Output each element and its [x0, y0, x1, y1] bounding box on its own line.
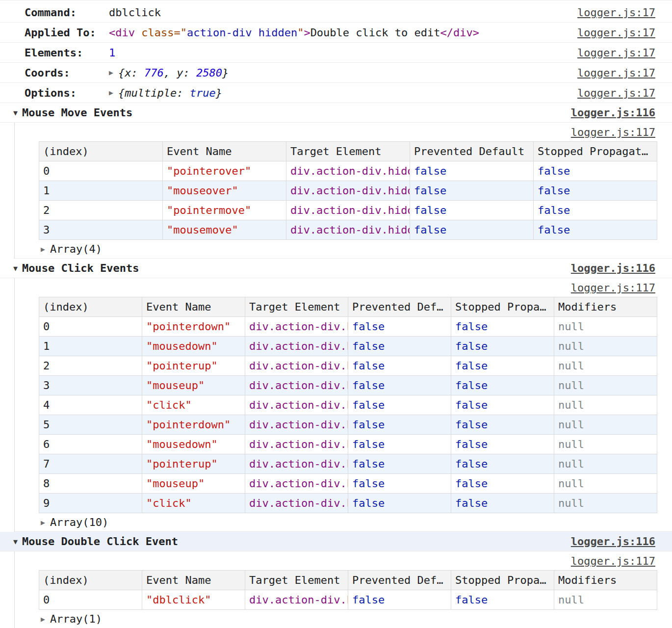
table-cell-boolean: false [348, 454, 451, 474]
table-row: 9"click"div.action-div.hiddenfalsefalsen… [39, 494, 657, 513]
column-header[interactable]: (index) [39, 142, 163, 161]
column-header[interactable]: Stopped Propagation [451, 571, 554, 590]
table-cell-index: 2 [39, 201, 163, 220]
group-body: logger.js:117 (index)Event NameTarget El… [14, 278, 672, 532]
table-cell-boolean: false [410, 161, 534, 181]
table-cell-index: 4 [39, 395, 142, 415]
table-cell-index: 6 [39, 435, 142, 454]
array-preview[interactable]: ▶ Array(10) [15, 513, 672, 532]
table-header-row: (index)Event NameTarget ElementPrevented… [39, 297, 657, 317]
table-message-link-row: logger.js:117 [15, 123, 672, 141]
boolean-text: true [190, 87, 216, 99]
group-header[interactable]: ▼ Mouse Move Events logger.js:116 [0, 103, 672, 123]
column-header[interactable]: (index) [39, 297, 142, 317]
table-cell-node: div.action-div.hidden [245, 590, 348, 610]
table-message-link-row: logger.js:117 [15, 278, 672, 297]
table-cell-index: 7 [39, 454, 142, 474]
column-header[interactable]: Modifiers [554, 571, 657, 590]
group-header[interactable]: ▼ Mouse Click Events logger.js:116 [0, 259, 672, 278]
source-link[interactable]: logger.js:117 [571, 126, 655, 138]
table-cell-node: div.action-div.hidden [245, 494, 348, 513]
table-message-link-row: logger.js:117 [15, 551, 672, 570]
table-cell-null: null [554, 337, 657, 356]
source-link[interactable]: logger.js:116 [571, 106, 655, 119]
object-preview[interactable]: {x: 776, y: 2580} [118, 67, 229, 79]
expand-triangle-icon[interactable]: ▶ [109, 68, 113, 77]
attr-name-text: " [297, 26, 304, 39]
column-header[interactable]: Target Element [245, 297, 348, 317]
object-preview[interactable]: {multiple: true} [118, 87, 222, 99]
table-cell-index: 3 [39, 376, 142, 395]
source-link[interactable]: logger.js:17 [577, 6, 655, 19]
table-cell-boolean: false [348, 590, 451, 610]
source-link[interactable]: logger.js:17 [577, 87, 655, 99]
table-cell-boolean: false [534, 201, 657, 220]
plain-text: } [222, 67, 229, 79]
html-element-preview[interactable]: <div class="action-div hidden">Double cl… [109, 26, 479, 39]
table-cell-boolean: false [451, 395, 554, 415]
column-header[interactable]: Target Element [286, 142, 410, 161]
source-link[interactable]: logger.js:117 [571, 282, 655, 294]
table-cell-null: null [554, 454, 657, 474]
column-header[interactable]: Stopped Propagation [451, 297, 554, 317]
source-link[interactable]: logger.js:116 [571, 262, 655, 274]
column-header[interactable]: Event Name [163, 142, 286, 161]
number-text: 1 [109, 47, 115, 59]
group-body: logger.js:117 (index)Event NameTarget El… [14, 123, 672, 259]
table-cell-boolean: false [451, 337, 554, 356]
group-body: logger.js:117 (index)Event NameTarget El… [14, 551, 672, 628]
table-cell-boolean: false [348, 376, 451, 395]
plain-text: : [131, 67, 145, 79]
group-title: Mouse Move Events [22, 106, 132, 119]
source-link[interactable]: logger.js:117 [571, 555, 655, 567]
table-cell-node: div.action-div.hidden [245, 395, 348, 415]
column-header[interactable]: Target Element [245, 571, 348, 590]
table-cell-boolean: false [410, 201, 534, 220]
table-cell-null: null [554, 494, 657, 513]
table-row: 5"pointerdown"div.action-div.hiddenfalse… [39, 415, 657, 435]
table-cell-node: div.action-div.hidden [245, 317, 348, 337]
group-header[interactable]: ▼ Mouse Double Click Event logger.js:116 [0, 532, 672, 551]
source-link[interactable]: logger.js:17 [577, 67, 655, 79]
column-header[interactable]: Prevented Default [348, 297, 451, 317]
table-row: 3"mousemove"div.action-div.hiddenfalsefa… [39, 220, 657, 240]
collapse-triangle-icon: ▼ [13, 108, 18, 117]
table-cell-boolean: false [348, 395, 451, 415]
number-text: 776 [144, 67, 164, 79]
column-header[interactable]: Prevented Default [410, 142, 534, 161]
collapse-triangle-icon: ▼ [13, 537, 18, 546]
table-cell-null: null [554, 376, 657, 395]
log-value: dblclick [109, 6, 161, 19]
array-preview[interactable]: ▶ Array(4) [15, 240, 672, 259]
table-cell-index: 3 [39, 220, 163, 240]
plain-text: : [177, 87, 190, 99]
table-cell-boolean: false [534, 161, 657, 181]
expand-triangle-icon[interactable]: ▶ [109, 88, 113, 97]
table-row: 6"mousedown"div.action-div.hiddenfalsefa… [39, 435, 657, 454]
table-cell-boolean: false [410, 220, 534, 240]
attr-value-text: action-div hidden [187, 26, 297, 39]
plain-text: : [183, 67, 197, 79]
table-cell-string: "pointerdown" [142, 415, 245, 435]
table-cell-node: div.action-div.hidden [245, 474, 348, 494]
table-cell-null: null [554, 435, 657, 454]
column-header[interactable]: (index) [39, 571, 142, 590]
console-group-mouse-double-click-event: ▼ Mouse Double Click Event logger.js:116… [0, 532, 672, 628]
group-title: Mouse Double Click Event [22, 535, 178, 548]
table-cell-index: 1 [39, 337, 142, 356]
array-preview[interactable]: ▶ Array(1) [15, 610, 672, 628]
table-cell-boolean: false [451, 494, 554, 513]
column-header[interactable]: Event Name [142, 297, 245, 317]
source-link[interactable]: logger.js:17 [577, 26, 655, 39]
table-cell-boolean: false [348, 494, 451, 513]
source-link[interactable]: logger.js:116 [571, 535, 655, 548]
column-header[interactable]: Prevented Default [348, 571, 451, 590]
column-header[interactable]: Event Name [142, 571, 245, 590]
table-cell-index: 8 [39, 474, 142, 494]
column-header[interactable]: Stopped Propagation [534, 142, 657, 161]
column-header[interactable]: Modifiers [554, 297, 657, 317]
attr-name-text: class=" [141, 26, 187, 39]
tag-text: <div [109, 26, 141, 39]
table-cell-null: null [554, 395, 657, 415]
source-link[interactable]: logger.js:17 [577, 47, 655, 59]
